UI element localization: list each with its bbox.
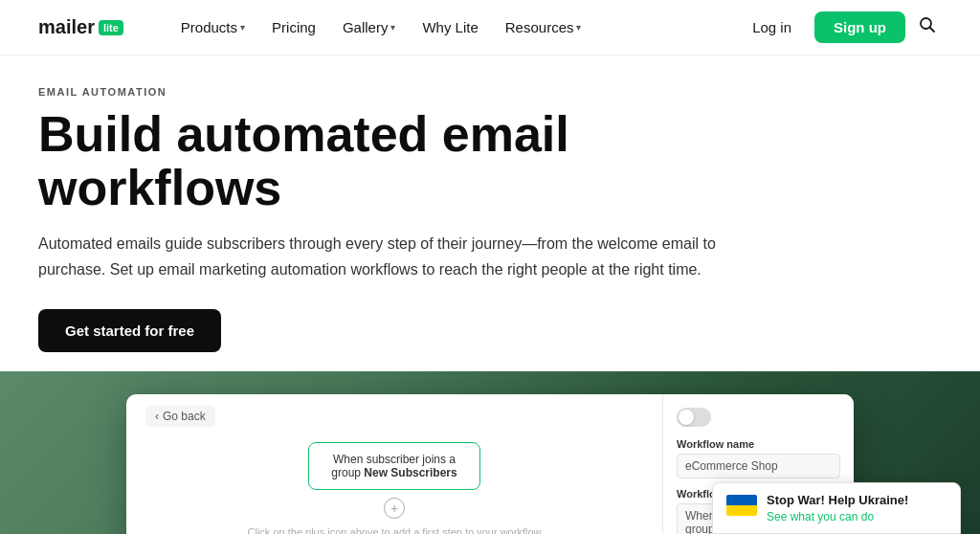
ukraine-link[interactable]: See what you can do [767,510,874,523]
nav-item-products[interactable]: Products ▾ [169,13,256,41]
login-button[interactable]: Log in [737,13,807,41]
nav-item-pricing[interactable]: Pricing [260,13,327,41]
flag-blue [726,495,757,505]
workflow-trigger-node[interactable]: When subscriber joins a group New Subscr… [308,442,480,490]
ukraine-title: Stop War! Help Ukraine! [767,493,908,507]
search-icon [919,16,936,33]
ukraine-banner: Stop War! Help Ukraine! See what you can… [712,482,961,534]
chevron-down-icon: ▾ [390,22,395,33]
add-step-button[interactable]: + [384,498,405,519]
workflow-node-text: When subscriber joins a group New Subscr… [331,453,457,479]
logo[interactable]: mailer lite [38,16,123,38]
chevron-down-icon: ▾ [576,22,581,33]
hero-description: Automated emails guide subscribers throu… [38,232,746,282]
logo-text: mailer [38,16,95,38]
ukraine-text-content: Stop War! Help Ukraine! See what you can… [767,493,908,523]
chevron-left-icon: ‹ [155,410,159,423]
hero-title: Build automated email workflows [38,107,785,214]
signup-button[interactable]: Sign up [814,11,905,43]
nav-actions: Log in Sign up [737,11,942,44]
ukraine-flag [726,495,757,516]
back-button[interactable]: ‹ Go back [145,406,215,427]
search-button[interactable] [913,11,942,44]
demo-main-area: ‹ Go back When subscriber joins a group … [126,394,662,534]
nav-item-whylite[interactable]: Why Lite [411,13,489,41]
workflow-toggle [677,408,840,427]
nav-links: Products ▾ Pricing Gallery ▾ Why Lite Re… [169,13,737,41]
svg-line-1 [930,28,935,33]
flag-yellow [726,505,757,516]
navigation: mailer lite Products ▾ Pricing Gallery ▾… [0,0,980,56]
logo-badge: lite [99,20,123,35]
chevron-down-icon: ▾ [240,22,245,33]
workflow-hint: Click on the plus icon above to add a fi… [145,526,643,534]
hero-section: EMAIL AUTOMATION Build automated email w… [0,56,823,371]
hero-tag: EMAIL AUTOMATION [38,86,785,98]
active-toggle[interactable] [677,408,711,427]
nav-item-resources[interactable]: Resources ▾ [494,13,593,41]
nav-item-gallery[interactable]: Gallery ▾ [331,13,408,41]
cta-button[interactable]: Get started for free [38,309,221,352]
workflow-name-value: eCommerce Shop [677,454,840,478]
workflow-name-label: Workflow name [677,438,840,450]
